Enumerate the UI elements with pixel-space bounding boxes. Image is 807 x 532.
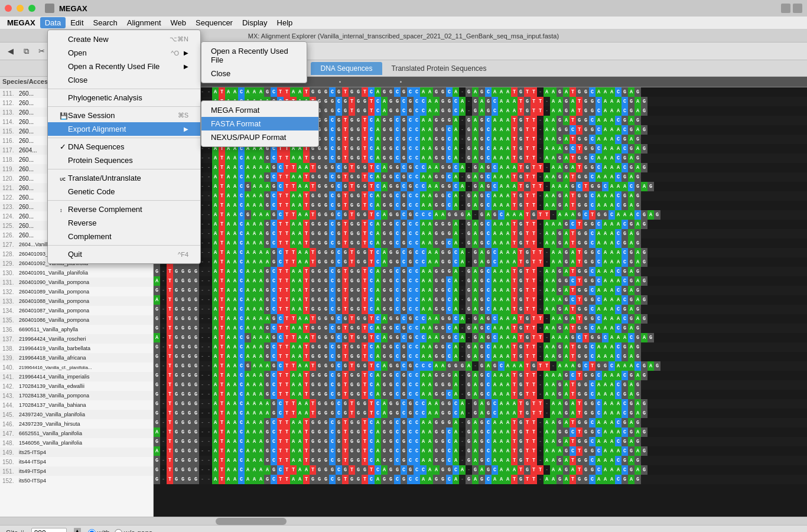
spin-up[interactable]: ▲ (74, 528, 81, 532)
sequence-row: G-TGGGG--ATAACAAAGCTTAATGGGCGTGGTCAGGCGC… (154, 342, 807, 352)
menu-open-recently[interactable]: Open a Recently Used File ▶ (48, 60, 200, 73)
menu-open[interactable]: Open ^O▶ (48, 46, 200, 60)
scrollbar-thumb[interactable] (216, 518, 287, 525)
sequence-row: A-TGGGG--ATAACGAAAGCTTAATGGGCGTGGTCAGGCG… (154, 333, 807, 342)
seq-name-140: 140.219964416_Vanilla_cf._planifolia... (0, 363, 153, 372)
help-menu[interactable]: Help (272, 17, 298, 28)
maximize-button[interactable] (28, 5, 35, 12)
open-submenu-dropdown: Open a Recently Used File Close (201, 41, 307, 83)
seq-name-152: 152.its50-ITSp4 (0, 476, 153, 485)
menu-close[interactable]: Close (48, 73, 200, 87)
seq-name-150: 150.its44-ITSp4 (0, 457, 153, 466)
radio-group: with w/o gaps (88, 529, 152, 533)
scrollbar-area[interactable] (0, 517, 807, 525)
menu-translate[interactable]: ᴜᴄTranslate/Untranslate (48, 171, 200, 185)
minimize-button[interactable] (17, 5, 24, 12)
tab-translated-protein[interactable]: Translated Protein Sequences (382, 62, 496, 75)
menubar: MEGAX Data Edit Search Alignment Web Seq… (0, 17, 807, 30)
sequence-row: G-TGGGG--ATAACAAAGCTTAATGGGCGTGGTCAGGCGC… (154, 475, 807, 484)
menu-protein-sequences[interactable]: Protein Sequences (48, 154, 200, 167)
menu-reverse-complement[interactable]: ↕Reverse Complement (48, 203, 200, 216)
without-gaps-radio-label[interactable]: w/o gaps (115, 529, 152, 533)
seq-name-137: 137.219964424_Vanilla_roscheri (0, 334, 153, 344)
without-gaps-radio[interactable] (115, 529, 122, 532)
separator-3 (48, 138, 200, 138)
copy-button[interactable]: ⧉ (19, 45, 33, 58)
seq-name-148: 148.1546056_Vanilla_planifolia (0, 438, 153, 448)
site-number-input[interactable] (31, 528, 67, 533)
sequence-row: G-TGGGG--ATAACAAAGCTTAATGGGCGTGGTCAGGCGC… (154, 191, 807, 201)
export-mega-format[interactable]: MEGA Format (201, 103, 318, 117)
sequence-row: G-TGGGG--ATAACAAAGCTTAATGGGCGTGGTCAGGCGC… (154, 324, 807, 333)
seq-name-131: 131.260401090_Vanilla_pompona (0, 278, 153, 287)
menu-complement[interactable]: Complement (48, 230, 200, 243)
sequence-row: G-TGGGG--ATAACAAAGCTTAATGGGCGTGGTCAGGCGC… (154, 380, 807, 390)
seq-name-134: 134.260401087_Vanilla_pompona (0, 306, 153, 315)
without-gaps-label: w/o gaps (124, 529, 152, 533)
sequence-row: G-TGGGG--ATAACAAAGCTTAATGGGCGTGGTCAGGCGC… (154, 220, 807, 229)
sequence-row: A-TGGGG--ATAACGAAAGCTTAATGGGCGTGGTCAGGCG… (154, 182, 807, 191)
with-label: with (97, 529, 110, 533)
site-label: Site # (6, 529, 24, 533)
seq-name-151: 151.its49-ITSp4 (0, 466, 153, 476)
menu-genetic-code[interactable]: Genetic Code (48, 185, 200, 198)
sequence-row: G-TGGGG--ATAACAAAGCTTAATGGGCGTGGTCAGGCGC… (154, 172, 807, 182)
sequence-row: A-TGGGG--ATAACAAAGCTTAATGGGCGTGGTCAGGCGC… (154, 427, 807, 437)
sequence-row: G-TGGGG--ATAACAAAAGCTTAATGGGCGTGGTCAGGCG… (154, 257, 807, 267)
app-window-title: MX: Alignment Explorer (Vanilla_internal… (248, 32, 559, 40)
sequence-row: G-TGGGG--ATAACAAAGCTTAATGGGCGTGGTCAGGCGC… (154, 305, 807, 314)
sequence-row: G-TGGGG--ATAACAAAGCTTAATGGGCGTGGTCAGGCGC… (154, 437, 807, 446)
sequence-row: G-TGGGG--ATAACAAAGCTTAATGGGCGTGGTCAGGCGC… (154, 456, 807, 465)
export-fasta-format[interactable]: FASTA Format (201, 117, 318, 130)
seq-name-132: 132.260401089_Vanilla_pompona (0, 287, 153, 296)
data-menu-trigger[interactable]: Data (40, 17, 66, 28)
sequence-row: G-TGGGG--ATAACAAAGCTTAATGGGCGTGGTCAGGCGC… (154, 201, 807, 210)
export-nexus-format[interactable]: NEXUS/PAUP Format (201, 130, 318, 144)
sequence-row: G-TGGGG--ATAACAAAAGCTTAATGGGCGTGGTCAGGCG… (154, 314, 807, 324)
export-submenu-dropdown: MEGA Format FASTA Format NEXUS/PAUP Form… (201, 100, 319, 147)
sequencer-menu[interactable]: Sequencer (191, 17, 237, 28)
menu-reverse[interactable]: Reverse (48, 216, 200, 230)
open-recently-used-file[interactable]: Open a Recently Used File (201, 44, 307, 67)
with-radio-label[interactable]: with (88, 529, 110, 533)
seq-name-130: 130.260401091_Vanilla_planifolia (0, 268, 153, 278)
with-radio[interactable] (88, 529, 96, 532)
edit-menu[interactable]: Edit (66, 17, 88, 28)
back-button[interactable]: ◀ (4, 45, 18, 58)
seq-name-142: 142.170284139_Vanilla_edwallii (0, 381, 153, 391)
menu-save-session[interactable]: 💾Save Session ⌘S (48, 109, 200, 122)
seq-name-143: 143.170284138_Vanilla_pompona (0, 391, 153, 400)
seq-name-133: 133.260401088_Vanilla_pompona (0, 296, 153, 306)
cut-button[interactable]: ✂ (34, 45, 48, 58)
seq-name-144: 144.170284137_Vanilla_bahiana (0, 400, 153, 410)
seq-name-149: 149.its25-ITSp4 (0, 448, 153, 457)
data-menu-dropdown: Create New ⌥⌘N Open ^O▶ Open a Recently … (47, 30, 201, 264)
alignment-menu[interactable]: Alignment (122, 17, 166, 28)
menu-create-new[interactable]: Create New ⌥⌘N (48, 32, 200, 46)
search-menu[interactable]: Search (89, 17, 122, 28)
seq-name-146: 146.24397239_Vanilla_hirsuta (0, 419, 153, 429)
web-menu[interactable]: Web (166, 17, 191, 28)
close-button[interactable] (5, 5, 12, 12)
spin-buttons: ▲ ▼ (74, 528, 81, 532)
menu-phylo[interactable]: Phylogenetic Analysis (48, 91, 200, 105)
menu-dna-sequences[interactable]: ✓DNA Sequences (48, 140, 200, 154)
menu-export-alignment[interactable]: Export Alignment ▶ (48, 122, 200, 136)
seq-name-141: 141.219964414_Vanilla_imperialis (0, 372, 153, 381)
sequence-row: G-TGGGG--ATAACAAAGCTTAATGGGCGTGGTCAGGCGC… (154, 267, 807, 276)
display-menu[interactable]: Display (237, 17, 272, 28)
sequence-row: G-TGGGG--ATAACAAAGCTTAATGGGCGTGGTCAGGCGC… (154, 239, 807, 248)
sequence-row: G-TGGGG--ATAACAAAAGCTTAATGGGCGTGGTCAGGCG… (154, 465, 807, 475)
megax-menu[interactable]: MEGAX (2, 17, 40, 28)
open-close[interactable]: Close (201, 67, 307, 80)
sequence-row: G-TGGGG--ATAACAAAGCTTAATGGGCGTGGTCAGGCGC… (154, 229, 807, 239)
megax-app-label: MEGAX (59, 4, 87, 13)
sequence-row: G-TGGGG--ATAACAAAGCTTAATGGGCGTGGTCAGGCGC… (154, 418, 807, 427)
sequence-row: A-TGGGG--ATAACAAAGCTTAATGGGCGTGGTCAGGCGC… (154, 446, 807, 456)
menu-quit[interactable]: Quit ^F4 (48, 247, 200, 261)
seq-name-135: 135.260401086_Vanilla_pompona (0, 315, 153, 325)
tab-dna-sequences[interactable]: DNA Sequences (311, 62, 382, 75)
icon1 (781, 4, 790, 13)
seq-name-139: 139.219964418_Vanilla_africana (0, 353, 153, 363)
sequence-row: G-TGGGG--ATAACAAAGCTTAATGGGCGTGGTCAGGCGC… (154, 154, 807, 163)
